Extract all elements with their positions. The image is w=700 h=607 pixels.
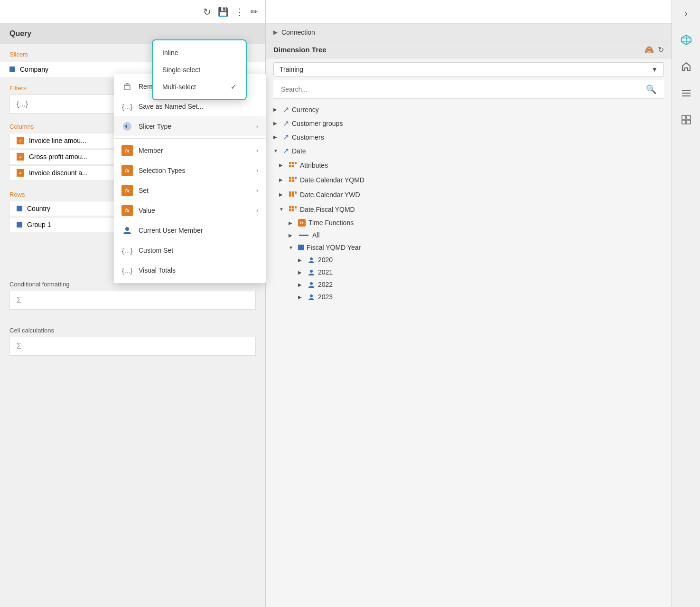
- search-icon: 🔍: [646, 84, 656, 95]
- value-fx-icon: fx: [121, 205, 133, 216]
- currency-label: Currency: [292, 106, 319, 114]
- y2023-person-icon: [308, 293, 315, 301]
- y2022-arrow: ▶: [298, 282, 305, 287]
- column-icon-3: ≡: [17, 169, 24, 177]
- tree-item-date-fiscal-yqmd[interactable]: ▼ Date.Fiscal YQMD: [270, 202, 668, 217]
- far-right-cube-icon[interactable]: [678, 31, 695, 48]
- menu-current-user-label: Current User Member: [139, 227, 258, 234]
- tree-item-date-calendar-yqmd[interactable]: ▶ Date.Calendar YQMD: [270, 172, 668, 187]
- refresh-icon[interactable]: ↻: [203, 6, 211, 18]
- customers-arrow: ▶: [273, 134, 280, 140]
- svg-rect-22: [295, 206, 297, 209]
- cond-sigma-box[interactable]: Σ: [9, 291, 256, 310]
- tree-item-customers[interactable]: ▶ ↗ Customers: [270, 130, 668, 144]
- tree-item-2023[interactable]: ▶ 2023: [270, 291, 668, 303]
- eye-slash-icon[interactable]: 🙈: [644, 45, 654, 54]
- row-label-group1: Group 1: [27, 221, 51, 228]
- dim-tree-header: Dimension Tree 🙈 ↻: [266, 41, 672, 58]
- menu-item-visual-totals[interactable]: {...} Visual Totals: [114, 260, 266, 280]
- far-right-list-icon[interactable]: [678, 85, 695, 102]
- menu-value-label: Value: [139, 207, 251, 214]
- more-icon[interactable]: ⋮: [235, 6, 244, 18]
- tree-item-2022[interactable]: ▶ 2022: [270, 278, 668, 291]
- column-icon-2: ≡: [17, 153, 24, 161]
- tree-item-currency[interactable]: ▶ ↗ Currency: [270, 103, 668, 116]
- svg-rect-8: [289, 165, 291, 167]
- tree-container: ▶ ↗ Currency ▶ ↗ Customer groups ▶ ↗ Cus…: [266, 103, 672, 607]
- menu-item-value[interactable]: fx Value ›: [114, 200, 266, 220]
- all-arrow: ▶: [289, 233, 295, 238]
- selection-types-fx-icon: fx: [121, 165, 133, 176]
- date-cal-ywd-label: Date.Calendar YWD: [300, 191, 360, 199]
- dim-tree-refresh-icon[interactable]: ↻: [658, 45, 664, 54]
- column-label-1: Invoice line amou...: [29, 137, 86, 144]
- far-right-expand-icon[interactable]: ›: [678, 5, 695, 22]
- tree-item-attributes[interactable]: ▶ Attributes: [270, 158, 668, 172]
- menu-item-selection-types[interactable]: fx Selection Types ›: [114, 161, 266, 180]
- current-user-icon: [121, 225, 133, 236]
- menu-item-set[interactable]: fx Set ›: [114, 180, 266, 200]
- named-set-icon: {...}: [121, 101, 133, 112]
- submenu-multi-select[interactable]: Multi-select ✓: [153, 78, 246, 95]
- visual-totals-icon: {...}: [121, 265, 133, 276]
- svg-rect-7: [295, 162, 297, 164]
- date-label: Date: [292, 147, 306, 155]
- menu-item-custom-set[interactable]: {...} Custom Set: [114, 240, 266, 260]
- menu-item-current-user[interactable]: Current User Member: [114, 220, 266, 240]
- search-input[interactable]: [281, 85, 642, 93]
- submenu-inline[interactable]: Inline: [153, 44, 246, 61]
- svg-rect-37: [687, 115, 691, 119]
- date-cal-ywd-arrow: ▶: [279, 192, 286, 197]
- date-cal-yqmd-icon: [289, 175, 297, 185]
- svg-rect-36: [682, 115, 686, 119]
- slicer-dot: [9, 66, 15, 72]
- menu-item-member[interactable]: fx Member ›: [114, 141, 266, 161]
- svg-rect-14: [292, 180, 294, 182]
- tree-item-2021[interactable]: ▶ 2021: [270, 266, 668, 278]
- menu-item-slicer-type[interactable]: Slicer Type ›: [114, 116, 266, 136]
- customer-groups-label: Customer groups: [292, 120, 343, 127]
- slicer-type-arrow: ›: [256, 123, 258, 130]
- tree-item-customer-groups[interactable]: ▶ ↗ Customer groups: [270, 116, 668, 130]
- search-bar: 🔍: [273, 80, 664, 99]
- customer-groups-hierarchy-icon: ↗: [283, 119, 289, 128]
- multi-select-check-icon: ✓: [231, 83, 236, 91]
- date-cal-ywd-icon: [289, 190, 297, 199]
- connection-chevron: ▶: [273, 29, 278, 36]
- svg-rect-17: [295, 191, 297, 194]
- context-menu: Remove {...} Save as Named Set... Slicer…: [114, 74, 266, 283]
- tree-item-date[interactable]: ▼ ↗ Date: [270, 144, 668, 158]
- member-arrow: ›: [256, 147, 258, 154]
- row-dot-country: [17, 206, 22, 211]
- edit-icon[interactable]: ✏: [251, 7, 258, 17]
- y2021-arrow: ▶: [298, 270, 305, 275]
- member-fx-icon: fx: [121, 145, 133, 156]
- save-icon[interactable]: 💾: [218, 7, 228, 17]
- menu-selection-types-label: Selection Types: [139, 167, 251, 174]
- tree-item-2020[interactable]: ▶ 2020: [270, 254, 668, 266]
- tree-item-all[interactable]: ▶ All: [270, 229, 668, 241]
- y2020-arrow: ▶: [298, 257, 305, 263]
- selection-types-arrow: ›: [256, 167, 258, 174]
- tree-item-date-calendar-ywd[interactable]: ▶ Date.Calendar YWD: [270, 187, 668, 202]
- slicer-type-submenu: Inline Single-select Multi-select ✓: [152, 39, 247, 100]
- menu-custom-set-label: Custom Set: [139, 247, 258, 254]
- cell-calc-section: Cell calculations Σ: [0, 320, 265, 359]
- y2023-arrow: ▶: [298, 294, 305, 300]
- attributes-icon: [289, 160, 297, 170]
- training-select[interactable]: Training ▼: [273, 62, 664, 76]
- menu-visual-totals-label: Visual Totals: [139, 266, 258, 274]
- far-right-grid-icon[interactable]: [678, 111, 695, 128]
- menu-separator-1: [114, 138, 266, 139]
- sigma-icon-cond: Σ: [17, 296, 21, 304]
- tree-item-time-functions[interactable]: ▶ fx Time Functions: [270, 217, 668, 229]
- far-right-home-icon[interactable]: [678, 58, 695, 75]
- svg-point-26: [310, 270, 313, 273]
- submenu-single-select[interactable]: Single-select: [153, 61, 246, 78]
- tree-item-fiscal-yqmd-year[interactable]: ▼ Fiscal YQMD Year: [270, 241, 668, 254]
- cell-calc-sigma-box[interactable]: Σ: [9, 337, 256, 356]
- date-cal-yqmd-arrow: ▶: [279, 177, 286, 182]
- svg-rect-12: [295, 177, 297, 179]
- all-dash-icon: [299, 235, 308, 236]
- connection-header: ▶ Connection: [266, 24, 672, 41]
